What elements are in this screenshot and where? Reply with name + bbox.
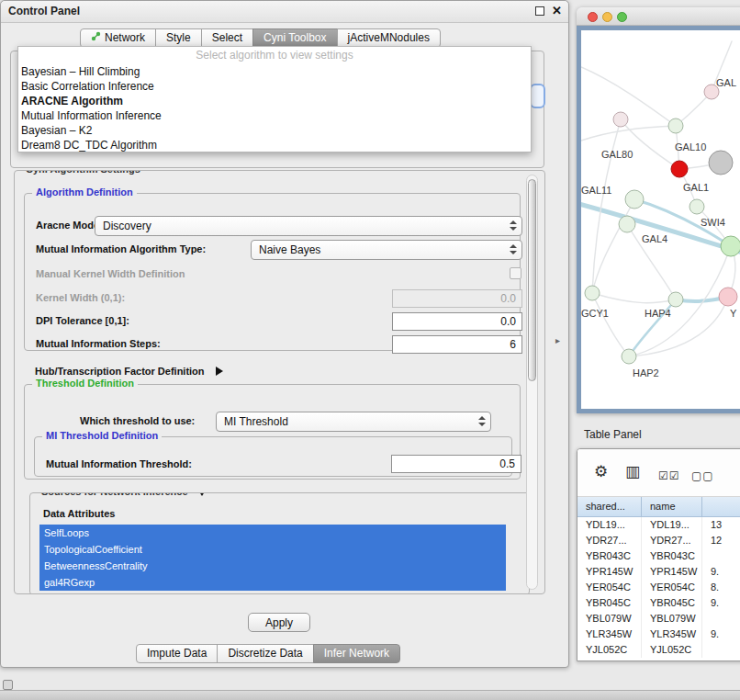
network-node[interactable]	[668, 292, 683, 307]
algorithm-option-bayesian-hill-climbing[interactable]: Bayesian – Hill Climbing	[18, 64, 531, 79]
algorithm-option-aracne-algorithm[interactable]: ARACNE Algorithm	[18, 94, 531, 108]
zoom-traffic-light-icon[interactable]	[617, 12, 627, 22]
tab-network[interactable]: Network	[80, 28, 156, 48]
table-row[interactable]: YDR27...YDR27...12	[577, 533, 740, 548]
table-header-row: shared...name	[577, 497, 740, 517]
network-canvas[interactable]: GALGAL10GAL80GAL11GAL1SWI4GAL4GCY1HAP4YH…	[581, 30, 740, 409]
network-node[interactable]	[585, 286, 600, 300]
hide-columns-icon[interactable]: ▢▢	[691, 466, 714, 486]
attribute-item-gal4rgexp[interactable]: gal4RGexp	[39, 574, 506, 591]
attribute-item-betweennesscentrality[interactable]: BetweennessCentrality	[39, 558, 506, 574]
tab-jactivemnodules[interactable]: jActiveMNodules	[337, 28, 441, 48]
hub-definition-header[interactable]: Hub/Transcription Factor Definition	[35, 362, 223, 378]
table-row[interactable]: YBR043CYBR043C	[577, 548, 740, 564]
table-row[interactable]: YJL052CYJL052C	[577, 642, 740, 658]
sources-header[interactable]: Sources for Network Inference	[38, 492, 210, 497]
network-window-titlebar[interactable]	[577, 7, 740, 26]
data-attributes-list: SelfLoopsTopologicalCoefficientBetweenne…	[39, 525, 506, 594]
mi-type-select[interactable]: Naive Bayes	[251, 240, 522, 260]
mi-steps-label: Mutual Information Steps:	[36, 338, 161, 349]
table-body: YDL19...YDL19...13YDR27...YDR27...12YBR0…	[577, 517, 740, 660]
mi-threshold-field[interactable]: 0.5	[391, 455, 521, 473]
table-row[interactable]: YER054CYER054C8.	[577, 580, 740, 595]
node-label-gal80: GAL80	[601, 149, 633, 160]
settings-scrollbar-thumb[interactable]	[528, 179, 536, 381]
table-cell	[702, 611, 740, 627]
algorithm-option-bayesian-k2[interactable]: Bayesian – K2	[18, 123, 531, 138]
table-cell: YPR145W	[642, 564, 702, 580]
mi-threshold-label: Mutual Information Threshold:	[46, 458, 192, 469]
column-header-extra[interactable]	[702, 497, 740, 517]
mi-type-value: Naive Bayes	[259, 243, 320, 256]
node-label-gal4: GAL4	[642, 233, 667, 244]
algorithm-option-basic-correlation-inference[interactable]: Basic Correlation Inference	[18, 79, 531, 94]
table-cell	[702, 642, 740, 658]
network-edge	[592, 293, 629, 356]
tab-style[interactable]: Style	[155, 28, 202, 48]
network-edge	[592, 293, 676, 303]
apply-button[interactable]: Apply	[248, 613, 310, 632]
expand-arrow-icon	[216, 367, 223, 376]
splitter-collapse-icon[interactable]: ▸	[555, 335, 560, 345]
column-header-shared[interactable]: shared...	[577, 497, 642, 517]
tab-select-label: Select	[212, 29, 242, 47]
tab-jactivemnodules-label: jActiveMNodules	[348, 29, 430, 47]
aracne-mode-select[interactable]: Discovery	[95, 216, 522, 236]
network-node[interactable]	[709, 151, 733, 175]
table-cell: YJL052C	[577, 642, 642, 658]
algorithm-option-dream8-dc-tdc-algorithm[interactable]: Dream8 DC_TDC Algorithm	[18, 138, 531, 152]
tab-cyni-toolbox[interactable]: Cyni Toolbox	[252, 28, 337, 48]
table-row[interactable]: YBR045CYBR045C9.	[577, 595, 740, 611]
algorithm-definition-title: Algorithm Definition	[32, 186, 137, 198]
show-columns-icon[interactable]: ☑☑	[658, 466, 680, 486]
column-layout-icon[interactable]: ▥	[625, 462, 640, 482]
tab-impute-data[interactable]: Impute Data	[136, 644, 218, 663]
table-cell: 9.	[702, 564, 740, 580]
kernel-width-label: Kernel Width (0,1):	[36, 292, 125, 303]
table-cell: 9.	[702, 627, 740, 642]
network-node[interactable]	[622, 349, 636, 364]
node-label-swi4: SWI4	[701, 217, 725, 228]
settings-scrollbar[interactable]	[526, 175, 538, 590]
network-node[interactable]	[671, 161, 688, 177]
tab-strip: NetworkStyleSelectCyni ToolboxjActiveMNo…	[80, 28, 441, 48]
network-node[interactable]	[719, 288, 737, 306]
tab-infer-network[interactable]: Infer Network	[313, 644, 400, 663]
attribute-item-selfloops[interactable]: SelfLoops	[39, 525, 506, 541]
table-cell: YBR043C	[642, 548, 702, 564]
tab-impute-data-label: Impute Data	[147, 645, 207, 662]
table-cell: 13	[702, 517, 740, 533]
tab-select[interactable]: Select	[201, 28, 253, 48]
table-row[interactable]: YDL19...YDL19...13	[577, 517, 740, 533]
aracne-mode-value: Discovery	[103, 220, 151, 232]
close-icon[interactable]: ✕	[552, 4, 562, 17]
network-node[interactable]	[668, 119, 683, 133]
attribute-item-topologicalcoefficient[interactable]: TopologicalCoefficient	[39, 541, 506, 558]
help-button[interactable]	[530, 84, 545, 108]
dpi-tolerance-field[interactable]: 0.0	[392, 312, 522, 331]
table-row[interactable]: YBL079WYBL079W	[577, 611, 740, 627]
panel-corner-icon[interactable]	[3, 680, 13, 690]
table-cell	[702, 548, 740, 564]
table-cell: 12	[702, 533, 740, 548]
control-panel-titlebar[interactable]: Control Panel ✕	[1, 1, 568, 23]
algorithm-option-mutual-information-inference[interactable]: Mutual Information Inference	[18, 108, 531, 123]
column-header-name[interactable]: name	[642, 497, 702, 517]
minimize-traffic-light-icon[interactable]	[602, 12, 612, 22]
manual-kernel-checkbox[interactable]	[510, 267, 521, 279]
settings-gear-icon[interactable]: ⚙	[594, 462, 608, 482]
tab-cyni-toolbox-label: Cyni Toolbox	[263, 29, 326, 47]
mi-steps-field[interactable]: 6	[392, 335, 522, 354]
close-traffic-light-icon[interactable]	[588, 12, 598, 22]
network-node[interactable]	[625, 190, 644, 209]
which-threshold-select[interactable]: MI Threshold	[216, 412, 491, 432]
bottom-status-bar	[0, 690, 740, 700]
tab-discretize-data[interactable]: Discretize Data	[217, 644, 313, 663]
network-node[interactable]	[619, 216, 635, 232]
table-row[interactable]: YPR145WYPR145W9.	[577, 564, 740, 580]
network-node[interactable]	[613, 112, 628, 127]
network-node[interactable]	[721, 236, 740, 256]
table-row[interactable]: YLR345WYLR345W9.	[577, 627, 740, 642]
maximize-icon[interactable]	[535, 6, 544, 16]
network-node[interactable]	[690, 199, 704, 214]
